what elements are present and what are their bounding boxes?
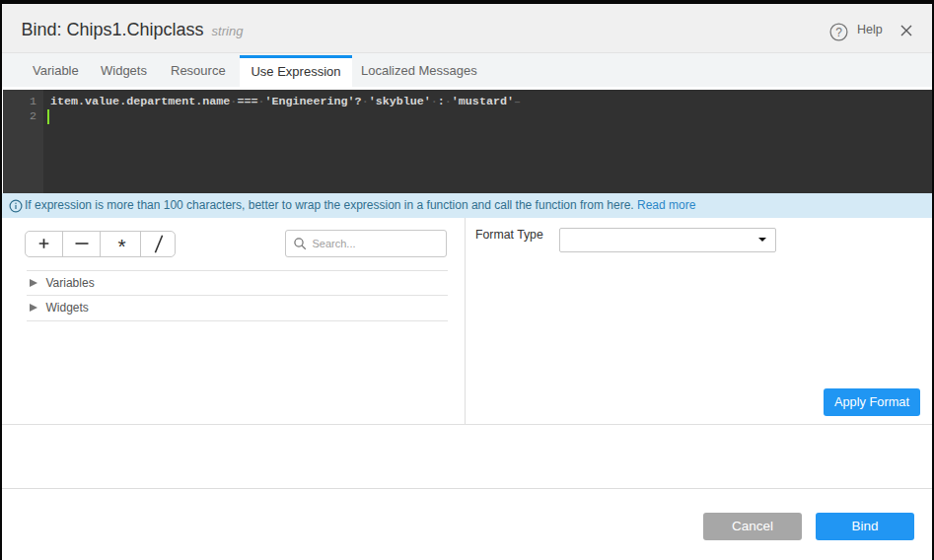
svg-text:?: ? — [835, 25, 842, 38]
